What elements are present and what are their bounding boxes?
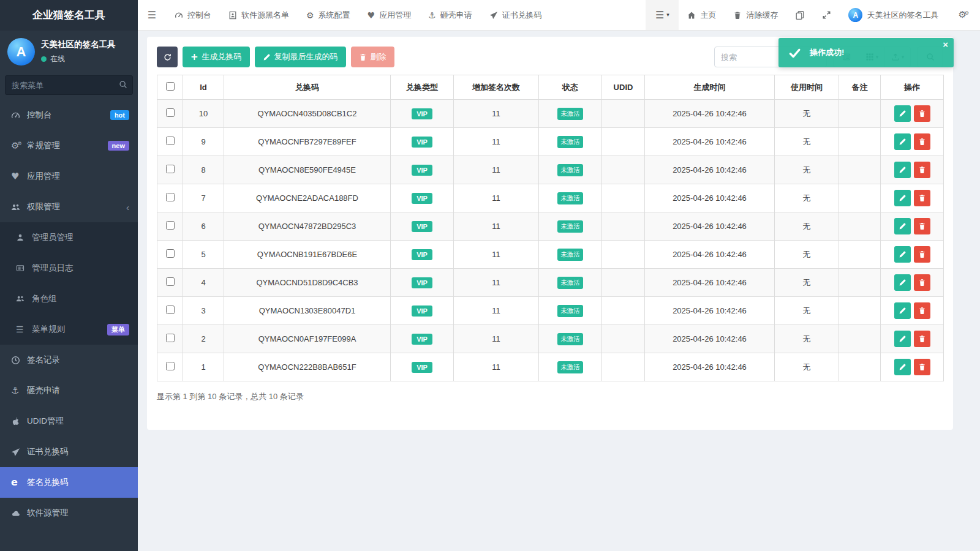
trash-icon bbox=[733, 11, 742, 20]
created-time: 2025-04-26 10:42:46 bbox=[673, 222, 747, 231]
trash-icon bbox=[918, 335, 926, 343]
row-edit-button[interactable] bbox=[894, 133, 911, 150]
row-checkbox[interactable] bbox=[166, 334, 175, 342]
row-delete-button[interactable] bbox=[914, 274, 930, 291]
nav-list-dropdown-button[interactable]: ☰ ▾ bbox=[646, 0, 679, 30]
sign-count: 11 bbox=[492, 278, 500, 287]
redeem-code: QYMAOCNFB7297E89FEF bbox=[258, 137, 356, 146]
row-checkbox[interactable] bbox=[166, 305, 175, 314]
table-row: 9QYMAOCNFB7297E89FEFVIP11未激活2025-04-26 1… bbox=[157, 128, 944, 156]
sidebar-item-8[interactable]: 签名记录 bbox=[0, 345, 138, 375]
row-delete-button[interactable] bbox=[914, 218, 930, 234]
redeem-code: QYMAOCN47872BD295C3 bbox=[258, 222, 356, 231]
row-edit-button[interactable] bbox=[894, 246, 911, 263]
row-edit-button[interactable] bbox=[894, 274, 911, 291]
trash-icon bbox=[918, 363, 926, 371]
row-delete-button[interactable] bbox=[914, 246, 930, 263]
column-header-0: Id bbox=[183, 75, 224, 100]
generate-code-button[interactable]: + 生成兑换码 bbox=[183, 47, 250, 67]
cell-count: 11 bbox=[454, 269, 539, 297]
pencil-icon bbox=[899, 222, 907, 230]
nav-clear-cache-link[interactable]: 清除缓存 bbox=[725, 0, 786, 30]
sidebar-item-13[interactable]: 软件源管理 bbox=[0, 498, 138, 528]
cell-status: 未激活 bbox=[539, 100, 602, 128]
cell-actions bbox=[881, 297, 944, 325]
row-edit-button[interactable] bbox=[894, 359, 911, 375]
sidebar-item-6[interactable]: 角色组 bbox=[0, 283, 138, 314]
nav-tab-3[interactable]: ♥应用管理 bbox=[359, 0, 420, 30]
sidebar-item-label: 证书兑换码 bbox=[27, 446, 69, 457]
row-checkbox[interactable] bbox=[166, 193, 175, 201]
nav-user-menu[interactable]: A 天美社区的签名工具 bbox=[840, 0, 947, 30]
row-checkbox[interactable] bbox=[166, 277, 175, 286]
pencil-icon bbox=[899, 110, 907, 118]
cell-actions bbox=[881, 353, 944, 381]
sidebar-item-1[interactable]: ⚙⚙常规管理new bbox=[0, 130, 138, 161]
copy-last-code-button[interactable]: 复制最后生成的码 bbox=[255, 47, 346, 67]
delete-button[interactable]: 删除 bbox=[351, 47, 394, 67]
nav-home-link[interactable]: 主页 bbox=[679, 0, 725, 30]
menu-search-input[interactable] bbox=[5, 75, 133, 95]
nav-docs-button[interactable] bbox=[786, 0, 813, 30]
sidebar-item-5[interactable]: 管理员日志 bbox=[0, 253, 138, 283]
cell-used: 无 bbox=[775, 212, 839, 241]
row-checkbox[interactable] bbox=[166, 165, 175, 173]
row-edit-button[interactable] bbox=[894, 302, 911, 319]
nav-tab-label: 控制台 bbox=[187, 10, 211, 21]
column-header-9: 操作 bbox=[881, 75, 944, 100]
row-checkbox[interactable] bbox=[166, 137, 175, 145]
row-edit-button[interactable] bbox=[894, 218, 911, 234]
nav-tab-0[interactable]: 控制台 bbox=[166, 0, 220, 30]
row-checkbox[interactable] bbox=[166, 108, 175, 117]
table-row: 8QYMAOCN8E590FE4945EVIP11未激活2025-04-26 1… bbox=[157, 156, 944, 184]
cell-actions bbox=[881, 212, 944, 241]
sidebar-item-0[interactable]: 控制台hot bbox=[0, 100, 138, 130]
sidebar-item-label: 常规管理 bbox=[27, 140, 60, 151]
row-edit-button[interactable] bbox=[894, 105, 911, 122]
cell-type: VIP bbox=[391, 269, 454, 297]
nav-tab-4[interactable]: ⚓砸壳申请 bbox=[420, 0, 481, 30]
sidebar-item-label: 权限管理 bbox=[27, 201, 60, 212]
row-delete-button[interactable] bbox=[914, 302, 930, 319]
row-delete-button[interactable] bbox=[914, 105, 930, 122]
cell-status: 未激活 bbox=[539, 156, 602, 184]
cell-count: 11 bbox=[454, 325, 539, 353]
row-edit-button[interactable] bbox=[894, 162, 911, 178]
sidebar-item-10[interactable]: UDID管理 bbox=[0, 406, 138, 437]
cell-code: QYMAOCN4035D08CB1C2 bbox=[224, 100, 391, 128]
sidebar-item-3[interactable]: 权限管理‹ bbox=[0, 192, 138, 222]
nav-tab-2[interactable]: ⚙系统配置 bbox=[298, 0, 359, 30]
sidebar-toggle-button[interactable]: ☰ bbox=[138, 0, 166, 30]
nav-tab-5[interactable]: 证书兑换码 bbox=[481, 0, 551, 30]
sidebar-item-2[interactable]: ♥应用管理 bbox=[0, 161, 138, 192]
sidebar-item-4[interactable]: 管理员管理 bbox=[0, 222, 138, 253]
cell-code: QYMAOCNFB7297E89FEF bbox=[224, 128, 391, 156]
sidebar-item-11[interactable]: 证书兑换码 bbox=[0, 437, 138, 467]
row-checkbox[interactable] bbox=[166, 221, 175, 230]
row-delete-button[interactable] bbox=[914, 133, 930, 150]
row-checkbox[interactable] bbox=[166, 249, 175, 258]
nav-tab-1[interactable]: 软件源黑名单 bbox=[220, 0, 298, 30]
row-delete-button[interactable] bbox=[914, 359, 930, 375]
sidebar-item-9[interactable]: ⚓砸壳申请 bbox=[0, 375, 138, 406]
nav-settings-button[interactable]: ⚙⚙ bbox=[947, 0, 980, 30]
row-checkbox[interactable] bbox=[166, 362, 175, 370]
toast-close-icon[interactable]: × bbox=[943, 40, 948, 49]
select-all-checkbox[interactable] bbox=[166, 82, 175, 91]
status-badge: 未激活 bbox=[557, 361, 583, 373]
sidebar-item-7[interactable]: ☰菜单规则菜单 bbox=[0, 314, 138, 345]
created-time: 2025-04-26 10:42:46 bbox=[673, 193, 747, 203]
online-status-label: 在线 bbox=[50, 54, 65, 64]
row-checkbox-cell bbox=[157, 297, 183, 325]
cloud-icon bbox=[11, 509, 27, 518]
cell-created: 2025-04-26 10:42:46 bbox=[645, 325, 775, 353]
row-edit-button[interactable] bbox=[894, 331, 911, 347]
row-edit-button[interactable] bbox=[894, 190, 911, 206]
row-delete-button[interactable] bbox=[914, 331, 930, 347]
row-delete-button[interactable] bbox=[914, 162, 930, 178]
refresh-button[interactable] bbox=[157, 47, 178, 67]
nav-fullscreen-button[interactable] bbox=[813, 0, 840, 30]
sidebar-item-12[interactable]: e签名兑换码 bbox=[0, 467, 138, 498]
hamburger-icon: ☰ bbox=[148, 10, 156, 20]
row-delete-button[interactable] bbox=[914, 190, 930, 206]
